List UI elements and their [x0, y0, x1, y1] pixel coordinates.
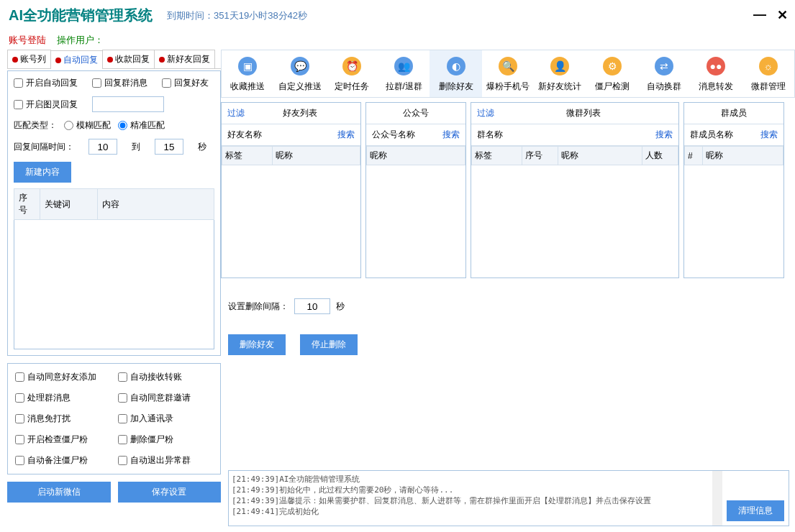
toolbar-icon: ⏰	[340, 55, 363, 78]
chk-auto-accept-friend[interactable]: 自动同意好友添加	[15, 371, 111, 383]
log-scrollbar[interactable]	[712, 471, 722, 526]
groups-body[interactable]	[471, 165, 678, 278]
svg-text:👤: 👤	[554, 60, 567, 73]
interval-from-input[interactable]	[88, 139, 117, 155]
new-content-button[interactable]: 新建内容	[14, 162, 71, 183]
toolbar-label: 定时任务	[335, 81, 369, 93]
toolbar-label: 拉群/退群	[386, 81, 422, 93]
app-title: AI全功能营销管理系统	[9, 6, 153, 25]
countdown-label: 到期时间：	[167, 9, 214, 22]
toolbar-btn-6[interactable]: 👤新好友统计	[534, 50, 586, 97]
login-label[interactable]: 账号登陆	[9, 34, 46, 47]
tab-accounts[interactable]: 账号列	[7, 50, 51, 68]
public-search-button[interactable]: 搜索	[442, 129, 460, 141]
groups-title: 微群列表	[494, 107, 673, 119]
delete-interval-input[interactable]	[294, 298, 330, 314]
svg-text:👥: 👥	[398, 60, 411, 73]
col-keyword[interactable]: 关键词	[40, 189, 98, 220]
groups-col-count[interactable]: 人数	[642, 147, 678, 165]
save-settings-button[interactable]: 保存设置	[118, 482, 222, 503]
user-label: 操作用户：	[57, 34, 104, 47]
radio-exact[interactable]: 精准匹配	[118, 119, 165, 132]
members-panel: 群成员 群成员名称 搜索 # 昵称	[683, 102, 784, 278]
members-col-hash[interactable]: #	[685, 147, 703, 165]
col-content[interactable]: 内容	[98, 189, 214, 220]
toolbar-btn-10[interactable]: ☼微群管理	[742, 50, 794, 97]
delete-interval-unit: 秒	[336, 301, 345, 313]
countdown-value: 351天19小时38分42秒	[214, 9, 307, 22]
groups-col-nick[interactable]: 昵称	[558, 147, 642, 165]
stop-delete-button[interactable]: 停止删除	[300, 334, 358, 355]
tab-auto-reply[interactable]: 自动回复	[50, 50, 103, 69]
chk-add-contacts[interactable]: 加入通讯录	[118, 413, 214, 425]
to-label: 到	[132, 141, 140, 153]
chk-auto-accept-transfer[interactable]: 自动接收转账	[118, 371, 214, 383]
public-panel: 公众号 公众号名称 搜索 昵称	[365, 102, 466, 278]
toolbar-btn-3[interactable]: 👥拉群/退群	[378, 50, 430, 97]
chk-reply-group[interactable]: 回复群消息	[92, 77, 147, 89]
chk-delete-zombie[interactable]: 删除僵尸粉	[118, 434, 214, 446]
groups-col-tag[interactable]: 标签	[472, 147, 522, 165]
chk-check-zombie[interactable]: 开启检查僵尸粉	[15, 434, 111, 446]
chk-auto-accept-group-invite[interactable]: 自动同意群邀请	[118, 392, 214, 404]
dot-icon	[107, 57, 113, 63]
svg-text:▣: ▣	[243, 60, 253, 72]
public-col-nick[interactable]: 昵称	[367, 147, 465, 165]
chk-reply-friend[interactable]: 回复好友	[162, 77, 209, 89]
toolbar-icon: ⚙	[601, 55, 624, 78]
chk-exit-abnormal-group[interactable]: 自动退出异常群	[118, 454, 214, 467]
toolbar-btn-2[interactable]: ⏰定时任务	[326, 50, 378, 97]
radio-fuzzy[interactable]: 模糊匹配	[64, 119, 111, 132]
chk-process-group-msg[interactable]: 处理群消息	[15, 392, 111, 404]
match-type-label: 匹配类型：	[14, 119, 57, 132]
friends-filter-link[interactable]: 过滤	[227, 107, 245, 119]
col-seq[interactable]: 序号	[14, 189, 40, 220]
members-body[interactable]	[684, 165, 783, 278]
delete-interval-label: 设置删除间隔：	[228, 301, 289, 313]
chk-backup-zombie[interactable]: 自动备注僵尸粉	[15, 454, 111, 467]
svg-text:◐: ◐	[452, 60, 460, 72]
interval-to-input[interactable]	[155, 139, 183, 155]
clear-log-button[interactable]: 清理信息	[727, 500, 784, 521]
friends-search-button[interactable]: 搜索	[337, 129, 355, 141]
tab-payment-reply[interactable]: 收款回复	[102, 50, 155, 68]
toolbar-btn-8[interactable]: ⇄自动换群	[638, 50, 690, 97]
chk-dnd[interactable]: 消息免打扰	[15, 413, 111, 425]
svg-text:⏰: ⏰	[345, 60, 358, 73]
toolbar-label: 新好友统计	[538, 81, 581, 93]
chk-enable-auto-reply[interactable]: 开启自动回复	[14, 77, 78, 89]
toolbar-btn-4[interactable]: ◐删除好友	[430, 50, 481, 97]
toolbar-icon: 👤	[548, 55, 571, 78]
log-text[interactable]: [21:49:39]AI全功能营销管理系统 [21:49:39]初始化中，此过程…	[229, 471, 712, 526]
start-wechat-button[interactable]: 启动新微信	[7, 482, 111, 503]
toolbar-btn-9[interactable]: ●●消息转发	[690, 50, 742, 97]
groups-col-seq[interactable]: 序号	[522, 147, 558, 165]
friends-col-nick[interactable]: 昵称	[273, 147, 360, 165]
toolbar-btn-7[interactable]: ⚙僵尸检测	[586, 50, 638, 97]
close-button[interactable]: ✕	[777, 7, 788, 23]
toolbar-btn-1[interactable]: 💬自定义推送	[273, 50, 325, 97]
chk-tuling[interactable]: 开启图灵回复	[14, 98, 78, 111]
minimize-button[interactable]: —	[753, 7, 766, 23]
toolbar-icon: 👥	[392, 55, 415, 78]
groups-search-button[interactable]: 搜索	[655, 129, 673, 141]
groups-filter-link[interactable]: 过滤	[477, 107, 494, 119]
toolbar-btn-5[interactable]: 🔍爆粉手机号	[482, 50, 534, 97]
friends-search-label: 好友名称	[227, 129, 337, 141]
reply-table: 序号 关键词 内容	[14, 188, 214, 349]
left-tabs: 账号列 自动回复 收款回复 新好友回复	[7, 50, 221, 69]
friends-title: 好友列表	[245, 107, 355, 119]
toolbar-label: 微群管理	[751, 81, 786, 93]
members-col-nick[interactable]: 昵称	[703, 147, 783, 165]
friends-body[interactable]	[222, 165, 360, 278]
tab-newfriend-reply[interactable]: 新好友回复	[154, 50, 215, 68]
dot-icon	[159, 57, 165, 63]
svg-text:●●: ●●	[710, 60, 722, 72]
tuling-input[interactable]	[92, 96, 164, 112]
members-search-button[interactable]: 搜索	[760, 129, 778, 141]
toolbar-btn-0[interactable]: ▣收藏推送	[222, 50, 273, 97]
dot-icon	[12, 57, 18, 63]
friends-col-tag[interactable]: 标签	[222, 147, 273, 165]
public-body[interactable]	[366, 165, 465, 278]
delete-friends-button[interactable]: 删除好友	[228, 334, 286, 355]
